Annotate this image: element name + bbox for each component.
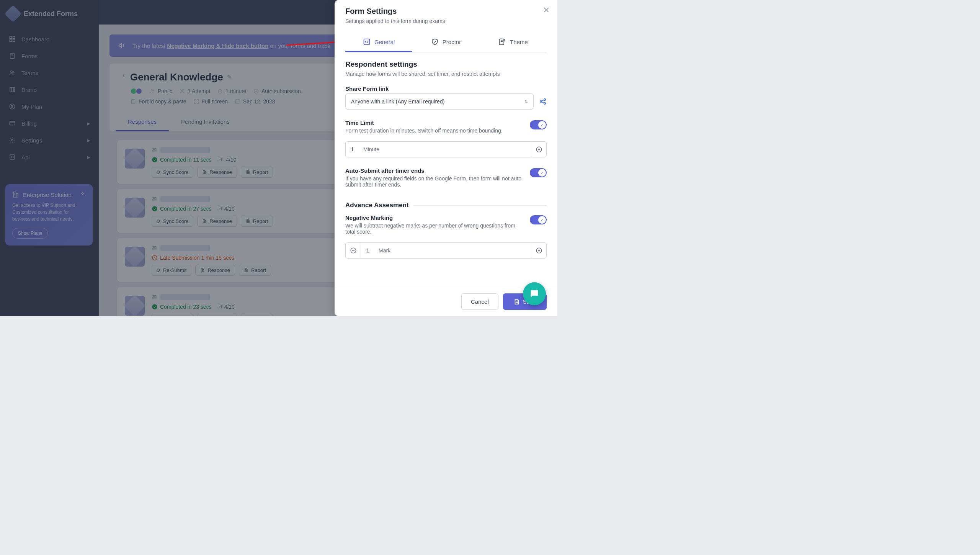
- section-subtitle: Manage how forms will be shared, set tim…: [345, 71, 547, 77]
- negative-toggle[interactable]: [530, 215, 547, 224]
- close-button[interactable]: ✕: [543, 5, 550, 15]
- svg-line-46: [542, 102, 544, 103]
- save-icon: [514, 299, 520, 305]
- negative-desc: We will subtract negative marks as per n…: [345, 223, 524, 235]
- form-settings-drawer: ✕ Form Settings Settings applied to this…: [335, 0, 557, 316]
- timelimit-desc: Form test duration in minutes. Switch of…: [345, 128, 524, 134]
- shield-icon: [431, 38, 439, 46]
- updown-icon: ⇅: [524, 99, 528, 104]
- chat-icon: [529, 288, 540, 299]
- negative-input[interactable]: [361, 243, 376, 258]
- negative-label: Negative Marking: [345, 214, 524, 221]
- negative-stepper: Mark: [345, 242, 547, 259]
- negative-unit: Mark: [376, 243, 531, 258]
- chat-fab[interactable]: [523, 282, 546, 305]
- tab-general[interactable]: General: [345, 33, 412, 52]
- svg-line-45: [542, 100, 544, 101]
- palette-icon: [498, 38, 506, 46]
- svg-rect-40: [364, 39, 369, 45]
- timelimit-label: Time Limit: [345, 120, 524, 126]
- cancel-button[interactable]: Cancel: [461, 293, 498, 310]
- increment-button[interactable]: [531, 142, 546, 157]
- select-value: Anyone with a link (Any Email required): [351, 98, 444, 105]
- autosubmit-label: Auto-Submit after timer ends: [345, 167, 524, 174]
- divider: [413, 205, 547, 206]
- timelimit-stepper: Minute: [345, 141, 547, 157]
- timelimit-toggle[interactable]: [530, 120, 547, 129]
- drawer-title: Form Settings: [345, 7, 547, 16]
- autosubmit-toggle[interactable]: [530, 168, 547, 177]
- angle-brackets-icon: [363, 38, 371, 46]
- advance-heading: Advance Assesment: [345, 201, 409, 209]
- share-select[interactable]: Anyone with a link (Any Email required) …: [345, 93, 534, 110]
- share-label: Share Form link: [345, 85, 547, 92]
- timelimit-input[interactable]: [346, 142, 360, 157]
- drawer-subtitle: Settings applied to this form during exa…: [345, 18, 547, 24]
- section-title: Respondent settings: [345, 60, 547, 69]
- tab-theme[interactable]: Theme: [480, 33, 547, 52]
- share-icon[interactable]: [539, 98, 547, 105]
- increment-button[interactable]: [531, 243, 546, 258]
- decrement-button[interactable]: [346, 243, 361, 258]
- autosubmit-desc: If you have any required fields on the G…: [345, 175, 524, 188]
- tab-proctor[interactable]: Proctor: [412, 33, 479, 52]
- timelimit-unit: Minute: [360, 142, 531, 157]
